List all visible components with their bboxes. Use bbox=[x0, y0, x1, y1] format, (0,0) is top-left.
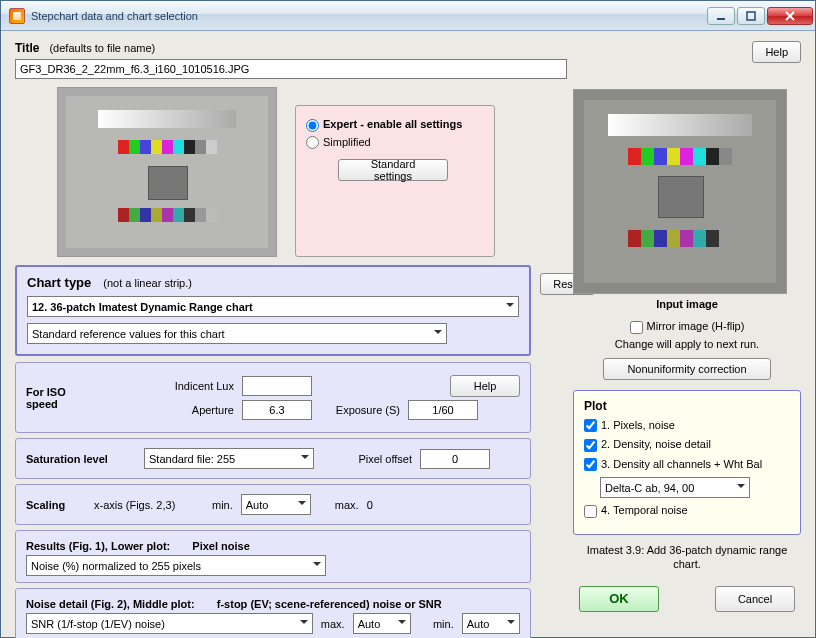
mirror-note: Change will apply to next run. bbox=[573, 338, 801, 350]
chart-type-hint: (not a linear strip.) bbox=[103, 277, 192, 289]
noise2mid-sub: f-stop (EV; scene-referenced) noise or S… bbox=[217, 598, 442, 610]
pixel-offset-label: Pixel offset bbox=[322, 453, 412, 465]
plot-opt-1[interactable]: 1. Pixels, noise bbox=[584, 419, 790, 433]
incident-lux-input[interactable] bbox=[242, 376, 312, 396]
chart-type-select[interactable]: 12. 36-patch Imatest Dynamic Range chart bbox=[27, 296, 519, 317]
plot-opt-3-select[interactable]: Delta-C ab, 94, 00 bbox=[600, 477, 750, 498]
exposure-label: Exposure (S) bbox=[320, 404, 400, 416]
results1-sub: Pixel noise bbox=[192, 540, 249, 552]
pixel-offset-input[interactable] bbox=[420, 449, 490, 469]
maximize-button[interactable] bbox=[737, 7, 765, 25]
input-image-caption: Input image bbox=[573, 298, 801, 310]
scaling-min-label: min. bbox=[212, 499, 233, 511]
iso-label: For ISOspeed bbox=[26, 386, 116, 410]
saturation-label: Saturation level bbox=[26, 453, 136, 465]
title-hint: (defaults to file name) bbox=[49, 42, 155, 54]
noise2mid-min-label: min. bbox=[433, 618, 454, 630]
plot-label: Plot bbox=[584, 399, 607, 413]
plot-opt-2[interactable]: 2. Density, noise detail bbox=[584, 438, 790, 452]
scaling-max-value: 0 bbox=[367, 499, 373, 511]
standard-settings-button[interactable]: Standard settings bbox=[338, 159, 448, 181]
noise2mid-min-select[interactable]: Auto bbox=[462, 613, 520, 634]
chart-preview-image bbox=[57, 87, 277, 257]
title-input[interactable] bbox=[15, 59, 567, 79]
close-button[interactable] bbox=[767, 7, 813, 25]
plot-panel: Plot 1. Pixels, noise 2. Density, noise … bbox=[573, 390, 801, 535]
incident-lux-label: Indicent Lux bbox=[124, 380, 234, 392]
svg-rect-1 bbox=[747, 12, 755, 20]
ok-button[interactable]: OK bbox=[579, 586, 659, 612]
scaling-label: Scaling bbox=[26, 499, 86, 511]
noise2mid-max-select[interactable]: Auto bbox=[353, 613, 411, 634]
input-image-preview bbox=[573, 89, 787, 294]
noise2mid-max-label: max. bbox=[321, 618, 345, 630]
noise-fig2-middle-panel: Noise detail (Fig. 2), Middle plot: f-st… bbox=[15, 588, 531, 638]
noise2mid-select[interactable]: SNR (1/f-stop (1/EV) noise) bbox=[26, 613, 313, 634]
cancel-button[interactable]: Cancel bbox=[715, 586, 795, 612]
exposure-input[interactable] bbox=[408, 400, 478, 420]
iso-help-button[interactable]: Help bbox=[450, 375, 520, 397]
mode-panel: Expert - enable all settings Simplified … bbox=[295, 105, 495, 257]
scaling-max-label: max. bbox=[335, 499, 359, 511]
help-button[interactable]: Help bbox=[752, 41, 801, 63]
results-fig1-panel: Results (Fig. 1), Lower plot: Pixel nois… bbox=[15, 530, 531, 583]
scaling-panel: Scaling x-axis (Figs. 2,3) min. Auto max… bbox=[15, 484, 531, 525]
minimize-button[interactable] bbox=[707, 7, 735, 25]
expert-radio[interactable]: Expert - enable all settings bbox=[306, 118, 484, 132]
plot-opt-4[interactable]: 4. Temporal noise bbox=[584, 504, 790, 518]
scaling-xaxis: x-axis (Figs. 2,3) bbox=[94, 499, 204, 511]
saturation-panel: Saturation level Standard file: 255 Pixe… bbox=[15, 438, 531, 479]
scaling-min-select[interactable]: Auto bbox=[241, 494, 311, 515]
iso-panel: For ISOspeed Indicent Lux Help Aperture … bbox=[15, 362, 531, 433]
noise2mid-label: Noise detail (Fig. 2), Middle plot: bbox=[26, 598, 195, 610]
nonuniformity-button[interactable]: Nonuniformity correction bbox=[603, 358, 771, 380]
results1-label: Results (Fig. 1), Lower plot: bbox=[26, 540, 170, 552]
app-icon bbox=[9, 8, 25, 24]
reference-select[interactable]: Standard reference values for this chart bbox=[27, 323, 447, 344]
window-title: Stepchart data and chart selection bbox=[31, 10, 707, 22]
aperture-input[interactable] bbox=[242, 400, 312, 420]
mirror-checkbox[interactable]: Mirror image (H-flip) bbox=[630, 320, 745, 332]
titlebar: Stepchart data and chart selection bbox=[1, 1, 815, 31]
chart-type-label: Chart type bbox=[27, 275, 91, 290]
saturation-select[interactable]: Standard file: 255 bbox=[144, 448, 314, 469]
title-label: Title bbox=[15, 41, 39, 55]
plot-opt-3[interactable]: 3. Density all channels + Wht Bal bbox=[584, 458, 790, 472]
simplified-radio[interactable]: Simplified bbox=[306, 136, 484, 150]
results1-select[interactable]: Noise (%) normalized to 255 pixels bbox=[26, 555, 326, 576]
chart-type-panel: Chart type (not a linear strip.) 12. 36-… bbox=[15, 265, 531, 356]
aperture-label: Aperture bbox=[124, 404, 234, 416]
footer-note: Imatest 3.9: Add 36-patch dynamic range … bbox=[573, 543, 801, 572]
